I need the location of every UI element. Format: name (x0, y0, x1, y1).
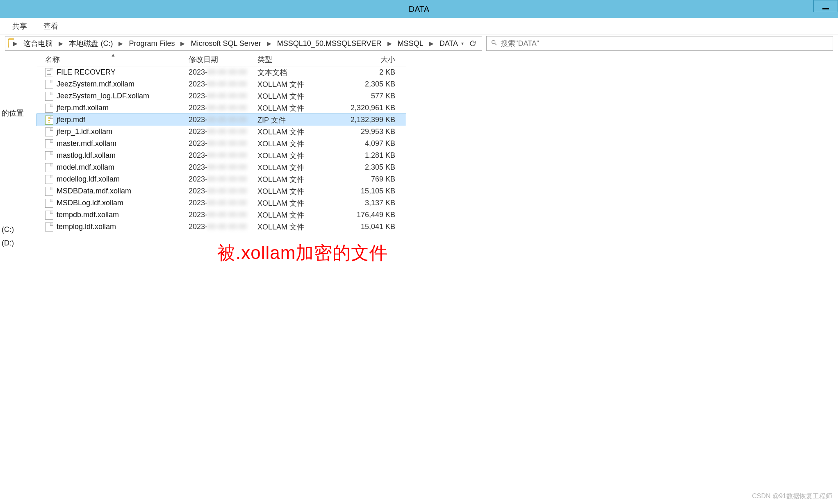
cell-type: 文本文档 (257, 68, 326, 77)
file-icon (45, 211, 53, 220)
table-row[interactable]: jferp.mdf.xollam2023-00-00 00:00XOLLAM 文… (37, 102, 406, 114)
cell-size: 2,132,399 KB (326, 116, 400, 124)
file-icon (45, 199, 53, 208)
table-row[interactable]: master.mdf.xollam2023-00-00 00:00XOLLAM … (37, 138, 406, 150)
cell-size: 15,105 KB (326, 187, 400, 195)
cell-type: XOLLAM 文件 (257, 198, 326, 208)
file-icon (45, 127, 53, 136)
watermark: CSDN @91数据恢复工程师 (752, 492, 832, 501)
breadcrumb[interactable]: 本地磁盘 (C:) (67, 38, 114, 49)
file-name: master.mdf.xollam (57, 139, 116, 148)
file-name: tempdb.mdf.xollam (57, 211, 119, 219)
cell-type: XOLLAM 文件 (257, 103, 326, 113)
chevron-right-icon[interactable]: ▶ (11, 40, 20, 47)
breadcrumb[interactable]: MSSQL (396, 39, 425, 49)
table-row[interactable]: modellog.ldf.xollam2023-00-00 00:00XOLLA… (37, 173, 406, 185)
chevron-down-icon[interactable]: ▾ (461, 41, 464, 46)
table-row[interactable]: model.mdf.xollam2023-00-00 00:00XOLLAM 文… (37, 161, 406, 173)
window-title: DATA (0, 5, 838, 14)
file-icon (45, 175, 53, 184)
cell-date: 2023-00-00 00:00 (189, 80, 257, 89)
col-size[interactable]: 大小 (326, 54, 400, 64)
chevron-right-icon[interactable]: ▶ (116, 40, 125, 47)
folder-icon (8, 39, 9, 48)
tab-view[interactable]: 查看 (43, 21, 58, 31)
file-name: MSDBData.mdf.xollam (57, 187, 131, 195)
cell-size: 2,305 KB (326, 163, 400, 172)
cell-size: 4,097 KB (326, 139, 400, 148)
table-row[interactable]: MSDBData.mdf.xollam2023-00-00 00:00XOLLA… (37, 185, 406, 197)
cell-type: XOLLAM 文件 (257, 163, 326, 173)
cell-size: 2 KB (326, 68, 400, 77)
sidebar-item[interactable]: (C:) (0, 223, 37, 236)
cell-name: tempdb.mdf.xollam (45, 211, 189, 220)
cell-type: XOLLAM 文件 (257, 186, 326, 196)
chevron-right-icon[interactable]: ▶ (385, 40, 394, 47)
cell-size: 1,281 KB (326, 151, 400, 160)
cell-size: 769 KB (326, 175, 400, 184)
minimize-button[interactable] (813, 0, 838, 12)
breadcrumb[interactable]: MSSQL10_50.MSSQLSERVER (276, 39, 383, 49)
table-row[interactable]: JeezSystem_log.LDF.xollam2023-00-00 00:0… (37, 90, 406, 102)
breadcrumb[interactable]: Microsoft SQL Server (189, 39, 262, 49)
cell-date: 2023-00-00 00:00 (189, 68, 257, 77)
file-icon (45, 222, 53, 232)
cell-type: XOLLAM 文件 (257, 79, 326, 89)
sort-indicator-icon: ▲ (111, 52, 116, 58)
cell-name: FILE RECOVERY (45, 68, 189, 77)
refresh-button[interactable] (468, 39, 478, 48)
cell-name: JeezSystem_log.LDF.xollam (45, 92, 189, 101)
cell-date: 2023-00-00 00:00 (189, 222, 257, 231)
file-icon (45, 187, 53, 196)
file-icon (45, 116, 53, 125)
file-name: MSDBLog.ldf.xollam (57, 199, 123, 207)
col-date[interactable]: 修改日期 (189, 54, 257, 64)
chevron-right-icon[interactable]: ▶ (427, 40, 436, 47)
table-row[interactable]: MSDBLog.ldf.xollam2023-00-00 00:00XOLLAM… (37, 197, 406, 209)
col-type[interactable]: 类型 (257, 54, 326, 64)
cell-size: 3,137 KB (326, 199, 400, 207)
title-bar: DATA (0, 0, 838, 18)
chevron-right-icon[interactable]: ▶ (264, 40, 274, 47)
cell-name: templog.ldf.xollam (45, 222, 189, 232)
table-row[interactable]: FILE RECOVERY2023-00-00 00:00文本文档2 KB (37, 66, 406, 78)
cell-date: 2023-00-00 00:00 (189, 116, 257, 124)
file-name: JeezSystem.mdf.xollam (57, 80, 134, 89)
breadcrumb[interactable]: Program Files (127, 39, 176, 49)
file-name: jferp.mdf (57, 116, 85, 124)
cell-name: JeezSystem.mdf.xollam (45, 80, 189, 89)
search-input[interactable] (501, 39, 829, 48)
cell-name: jferp.mdf.xollam (45, 104, 189, 113)
cell-date: 2023-00-00 00:00 (189, 187, 257, 195)
cell-size: 15,041 KB (326, 222, 400, 231)
cell-type: XOLLAM 文件 (257, 175, 326, 184)
tab-share[interactable]: 共享 (12, 21, 27, 31)
cell-date: 2023-00-00 00:00 (189, 92, 257, 100)
search-box[interactable] (486, 36, 833, 51)
cell-type: XOLLAM 文件 (257, 139, 326, 149)
col-name[interactable]: 名称 ▲ (45, 54, 189, 64)
table-row[interactable]: jferp.mdf2023-00-00 00:00ZIP 文件2,132,399… (37, 114, 406, 126)
sidebar-item[interactable]: 的位置 (0, 106, 37, 120)
search-icon (491, 39, 497, 48)
file-name: jferp_1.ldf.xollam (57, 127, 112, 136)
table-row[interactable]: tempdb.mdf.xollam2023-00-00 00:00XOLLAM … (37, 209, 406, 221)
cell-size: 2,305 KB (326, 80, 400, 89)
table-row[interactable]: mastlog.ldf.xollam2023-00-00 00:00XOLLAM… (37, 150, 406, 161)
table-row[interactable]: templog.ldf.xollam2023-00-00 00:00XOLLAM… (37, 221, 406, 233)
sidebar-item[interactable]: (D:) (0, 236, 37, 250)
file-name: FILE RECOVERY (57, 68, 116, 77)
cell-size: 29,953 KB (326, 127, 400, 136)
cell-date: 2023-00-00 00:00 (189, 127, 257, 136)
breadcrumb[interactable]: DATA (438, 39, 460, 49)
cell-date: 2023-00-00 00:00 (189, 199, 257, 207)
address-bar[interactable]: ▶ 这台电脑 ▶ 本地磁盘 (C:) ▶ Program Files ▶ Mic… (5, 36, 482, 51)
file-name: modellog.ldf.xollam (57, 175, 120, 184)
breadcrumb[interactable]: 这台电脑 (22, 38, 55, 49)
file-icon (45, 104, 53, 113)
cell-size: 176,449 KB (326, 211, 400, 219)
table-row[interactable]: JeezSystem.mdf.xollam2023-00-00 00:00XOL… (37, 78, 406, 90)
chevron-right-icon[interactable]: ▶ (178, 40, 187, 47)
table-row[interactable]: jferp_1.ldf.xollam2023-00-00 00:00XOLLAM… (37, 126, 406, 138)
chevron-right-icon[interactable]: ▶ (56, 40, 66, 47)
